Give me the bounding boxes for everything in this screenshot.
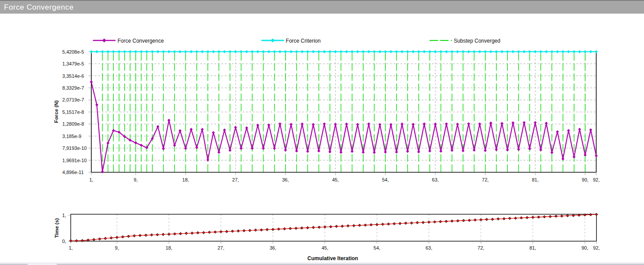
svg-text:Force (N): Force (N) <box>53 100 59 123</box>
svg-text:Force Convergence: Force Convergence <box>4 3 74 11</box>
svg-text:1,: 1, <box>62 213 66 218</box>
svg-text:Force Criterion: Force Criterion <box>286 38 321 44</box>
svg-text:36,: 36, <box>270 245 276 250</box>
svg-text:1,9691e-10: 1,9691e-10 <box>62 158 87 163</box>
svg-text:81,: 81, <box>532 177 539 182</box>
svg-text:36,: 36, <box>282 177 289 182</box>
svg-text:9,: 9, <box>115 245 119 250</box>
svg-text:63,: 63, <box>426 245 432 250</box>
svg-text:1,3479e-5: 1,3479e-5 <box>62 61 84 66</box>
svg-text:54,: 54, <box>373 245 380 250</box>
svg-text:9,: 9, <box>134 177 137 182</box>
svg-text:72,: 72, <box>478 245 484 250</box>
svg-text:Substep Converged: Substep Converged <box>454 38 500 44</box>
svg-text:54,: 54, <box>382 177 389 182</box>
svg-text:90,: 90, <box>582 177 588 182</box>
svg-text:1,2809e-8: 1,2809e-8 <box>62 121 84 127</box>
svg-text:3,185e-9: 3,185e-9 <box>62 134 81 139</box>
svg-text:2,0719e-7: 2,0719e-7 <box>62 97 84 102</box>
svg-text:8,3329e-7: 8,3329e-7 <box>62 85 84 91</box>
svg-text:81,: 81, <box>529 245 536 250</box>
svg-text:1,: 1, <box>69 245 72 250</box>
svg-text:27,: 27, <box>232 177 239 182</box>
svg-text:63,: 63, <box>432 177 438 182</box>
svg-text:90,: 90, <box>582 245 588 250</box>
svg-text:5,4208e-5: 5,4208e-5 <box>62 49 84 54</box>
svg-text:7,9193e-10: 7,9193e-10 <box>62 145 87 151</box>
svg-text:92,: 92, <box>593 177 600 182</box>
svg-text:92,: 92, <box>593 245 600 250</box>
svg-text:0,: 0, <box>62 239 66 244</box>
svg-text:3,3514e-6: 3,3514e-6 <box>62 73 84 79</box>
svg-text:Force Convergence: Force Convergence <box>118 38 164 44</box>
svg-text:5,1517e-8: 5,1517e-8 <box>62 109 84 115</box>
svg-text:27,: 27, <box>217 245 224 250</box>
svg-text:45,: 45, <box>322 245 328 250</box>
svg-text:45,: 45, <box>332 177 339 182</box>
svg-text:72,: 72, <box>482 177 488 182</box>
svg-text:Time (s): Time (s) <box>54 218 59 238</box>
svg-text:18,: 18, <box>182 177 189 182</box>
svg-text:18,: 18, <box>166 245 172 250</box>
svg-text:Cumulative Iteration: Cumulative Iteration <box>308 255 358 261</box>
svg-text:4,896e-11: 4,896e-11 <box>62 170 84 175</box>
svg-text:1,: 1, <box>89 177 93 182</box>
